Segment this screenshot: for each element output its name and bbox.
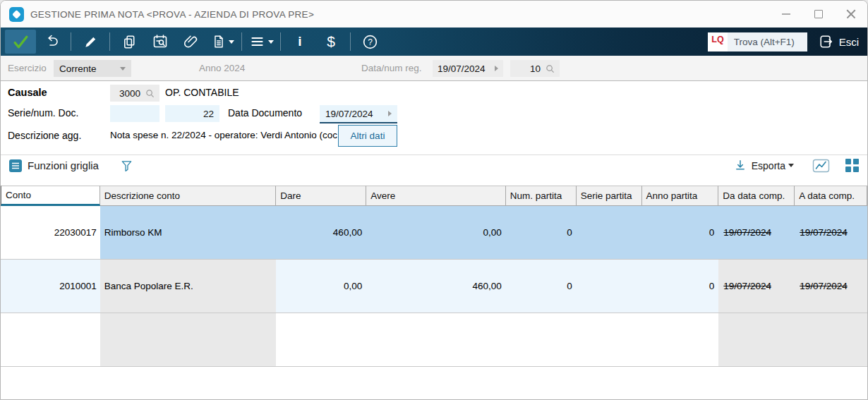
cell-serie-partita[interactable] — [577, 313, 642, 366]
document-icon — [211, 34, 227, 49]
causale-label: Causale — [8, 87, 47, 98]
document-button[interactable] — [207, 30, 238, 54]
line-chart-icon[interactable] — [812, 159, 830, 173]
hamburger-icon — [249, 33, 266, 50]
cell-da-data[interactable]: 19/07/2024 — [718, 260, 795, 313]
toolbar-separator — [241, 32, 242, 51]
edit-button[interactable] — [75, 30, 106, 54]
num-registrazione-value: 10 — [530, 63, 541, 74]
table-row-empty[interactable] — [1, 313, 867, 367]
amounts-button[interactable]: $ — [315, 30, 346, 54]
causale-code: 3000 — [119, 88, 140, 99]
minimize-button[interactable] — [770, 1, 802, 28]
chevron-right-icon — [495, 66, 498, 71]
exit-icon — [819, 34, 834, 49]
filter-bar: Esercizio Corrente Anno 2024 Data/num re… — [1, 56, 867, 81]
maximize-button[interactable] — [802, 1, 835, 28]
causale-field[interactable]: 3000 — [110, 85, 159, 102]
serie-doc-field[interactable] — [110, 105, 159, 122]
cell-da-data[interactable] — [718, 313, 795, 366]
num-registrazione-field[interactable]: 10 — [510, 60, 560, 77]
close-icon — [846, 9, 856, 19]
cell-descrizione[interactable]: Banca Popolare E.R. — [100, 260, 277, 313]
info-button[interactable]: i — [284, 30, 315, 54]
exit-button[interactable]: Esci — [819, 34, 859, 49]
grid-functions-icon[interactable] — [9, 159, 22, 172]
cell-anno-partita[interactable] — [642, 313, 719, 366]
column-header-a-data[interactable]: A data comp. — [795, 186, 867, 206]
undo-icon — [43, 33, 60, 50]
cell-anno-partita[interactable]: 0 — [642, 260, 719, 313]
copy-icon — [121, 34, 138, 50]
descrizione-agg-value[interactable]: Nota spese n. 22/2024 - operatore: Verdi… — [110, 130, 337, 140]
data-registrazione-field[interactable]: 19/07/2024 — [433, 60, 503, 77]
grid-view-icon[interactable] — [845, 159, 859, 172]
cell-conto[interactable] — [1, 313, 100, 366]
search-input[interactable] — [728, 32, 807, 51]
cell-da-data[interactable]: 19/07/2024 — [718, 206, 795, 259]
help-button[interactable]: ? — [354, 30, 385, 54]
window-controls — [770, 1, 867, 28]
altri-dati-button[interactable]: Altri dati — [338, 125, 397, 147]
causale-description: OP. CONTABILE — [165, 87, 239, 98]
data-documento-field[interactable]: 19/07/2024 — [320, 105, 397, 123]
check-icon — [12, 33, 30, 51]
download-icon — [733, 159, 747, 172]
esercizio-value: Corrente — [59, 63, 120, 74]
data-num-reg-label: Data/num reg. — [361, 63, 422, 73]
cell-avere[interactable]: 460,00 — [366, 260, 506, 313]
column-header-conto[interactable]: Conto — [1, 186, 100, 206]
chevron-down-icon — [229, 40, 234, 44]
cell-a-data[interactable] — [795, 313, 867, 366]
cell-dare[interactable] — [276, 313, 366, 366]
cell-anno-partita[interactable]: 0 — [642, 206, 719, 259]
filter-funnel-icon[interactable] — [120, 159, 133, 173]
cell-a-data[interactable]: 19/07/2024 — [795, 206, 867, 259]
exit-label: Esci — [839, 36, 859, 48]
column-header-descrizione[interactable]: Descrizione conto — [100, 186, 277, 206]
cell-avere[interactable] — [366, 313, 506, 366]
cell-descrizione[interactable]: Rimborso KM — [100, 206, 277, 259]
column-header-da-data[interactable]: Da data comp. — [718, 186, 795, 206]
table-row[interactable]: 2010001 Banca Popolare E.R. 0,00 460,00 … — [1, 260, 867, 313]
copy-button[interactable] — [114, 30, 145, 54]
paperclip-icon — [183, 33, 200, 50]
esercizio-select[interactable]: Corrente — [54, 60, 131, 77]
num-doc-field[interactable]: 22 — [165, 105, 219, 122]
cell-a-data[interactable]: 19/07/2024 — [795, 260, 867, 313]
cell-conto[interactable]: 2010001 — [1, 260, 100, 313]
table-row-selected[interactable]: 22030017 Rimborso KM 460,00 0,00 0 0 19/… — [1, 206, 867, 260]
column-header-avere[interactable]: Avere — [366, 186, 506, 206]
chevron-down-icon — [268, 40, 274, 44]
title-bar: GESTIONE PRIMA NOTA <PROVA - AZIENDA DI … — [1, 1, 867, 28]
cell-avere[interactable]: 0,00 — [366, 206, 506, 259]
close-button[interactable] — [835, 1, 867, 28]
chevron-right-icon — [388, 111, 392, 116]
lq-badge: LQ — [708, 32, 727, 51]
altri-dati-label: Altri dati — [351, 131, 385, 141]
confirm-button[interactable] — [5, 30, 36, 54]
cell-serie-partita[interactable] — [577, 260, 642, 313]
data-registrazione-value: 19/07/2024 — [438, 63, 495, 74]
esporta-button[interactable]: Esporta — [752, 160, 785, 171]
search-lookup-icon — [145, 89, 155, 98]
cell-descrizione[interactable] — [100, 313, 277, 366]
column-header-serie-partita[interactable]: Serie partita — [577, 186, 642, 206]
cell-num-partita[interactable]: 0 — [506, 260, 577, 313]
column-header-anno-partita[interactable]: Anno partita — [642, 186, 719, 206]
cell-num-partita[interactable] — [506, 313, 577, 366]
undo-button[interactable] — [36, 30, 67, 54]
cell-num-partita[interactable]: 0 — [506, 206, 577, 259]
calendar-search-button[interactable] — [145, 30, 176, 54]
column-header-num-partita[interactable]: Num. partita — [506, 186, 577, 206]
column-header-dare[interactable]: Dare — [276, 186, 366, 206]
calendar-search-icon — [152, 33, 169, 50]
toolbar-separator — [280, 32, 281, 51]
cell-serie-partita[interactable] — [577, 206, 642, 259]
menu-button[interactable] — [246, 30, 277, 54]
cell-dare[interactable]: 460,00 — [276, 206, 366, 259]
funzioni-griglia-label: Funzioni griglia — [28, 159, 99, 171]
attachment-button[interactable] — [176, 30, 207, 54]
cell-dare[interactable]: 0,00 — [276, 260, 366, 313]
cell-conto[interactable]: 22030017 — [1, 206, 100, 259]
